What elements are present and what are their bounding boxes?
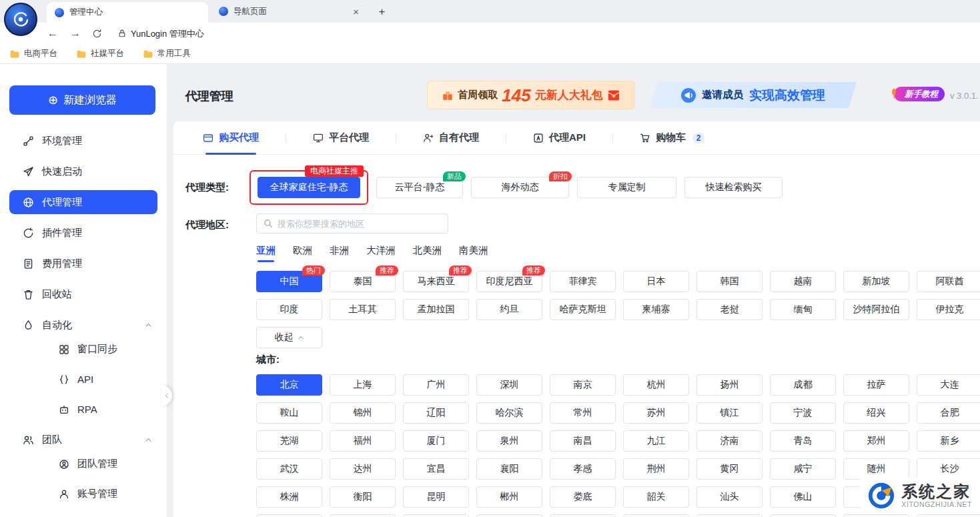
tab-buy-proxy[interactable]: 购买代理 [203,121,259,155]
country-button[interactable]: 哈萨克斯坦 [550,299,616,320]
sidebar-item-plugin-management[interactable]: 插件管理 [0,217,167,248]
city-button[interactable]: 宜昌 [403,458,469,480]
proxy-type-quick-search-buy[interactable]: 快速检索购买 [684,177,783,198]
city-button[interactable]: 深圳 [476,374,542,396]
collapse-countries-button[interactable]: 收起 [256,327,322,348]
forward-icon[interactable]: → [67,25,84,42]
city-button[interactable]: 襄阳 [476,458,542,480]
city-button[interactable]: 宁波 [770,402,836,424]
tab-proxy-api[interactable]: 代理API [533,121,586,155]
city-button[interactable] [917,514,980,517]
city-button[interactable]: 哈尔滨 [476,402,542,424]
lock-icon[interactable] [113,25,131,42]
city-button[interactable]: 芜湖 [256,430,322,452]
country-button[interactable]: 热门 中国 [256,271,322,292]
country-button[interactable]: 印度 [256,299,322,320]
country-button[interactable]: 沙特阿拉伯 [843,299,909,320]
city-button[interactable]: 韶关 [623,486,689,508]
tab-close-icon[interactable]: × [353,6,359,17]
sidebar-item-rpa[interactable]: RPA [0,394,167,424]
bookmark-folder[interactable]: 常用工具 [143,48,191,59]
city-button[interactable]: 苏州 [623,402,689,424]
country-button[interactable]: 菲律宾 [550,271,616,292]
new-tab-button[interactable]: + [374,3,390,20]
city-button[interactable]: 昆明 [403,486,469,508]
city-button[interactable]: 大连 [917,374,980,396]
sidebar-collapse-handle[interactable] [161,386,172,406]
city-button[interactable]: 佛山 [770,486,836,508]
city-button[interactable]: 荆州 [623,458,689,480]
city-button[interactable]: 孝感 [550,458,616,480]
city-button[interactable] [623,514,689,517]
city-button[interactable]: 衡阳 [330,486,396,508]
tab-cart[interactable]: 购物车 2 [640,121,704,155]
city-button[interactable]: 辽阳 [403,402,469,424]
url-text[interactable]: YunLogin 管理中心 [131,28,204,40]
proxy-type-overseas-dynamic[interactable]: 折扣 海外动态 [471,177,569,198]
sidebar-item-quick-launch[interactable]: 快速启动 [0,156,167,187]
tab-own-proxy[interactable]: 自有代理 [423,121,479,155]
city-button[interactable]: 达州 [330,458,396,480]
city-button[interactable] [843,514,909,517]
sidebar-item-window-sync[interactable]: 窗口同步 [0,334,167,364]
country-button[interactable]: 越南 [770,271,836,292]
city-button[interactable]: 咸宁 [770,458,836,480]
country-button[interactable]: 孟加拉国 [403,299,469,320]
yunlogin-logo[interactable] [4,3,37,36]
city-button[interactable] [403,514,469,517]
sidebar-item-proxy-management[interactable]: 代理管理 [9,190,157,214]
city-button[interactable]: 常州 [550,402,616,424]
country-button[interactable]: 推荐 泰国 [330,271,396,292]
city-button[interactable]: 合肥 [917,402,980,424]
sidebar-item-environment[interactable]: 环境管理 [0,125,167,156]
sidebar-item-team-management[interactable]: 团队管理 [0,449,167,479]
tab-platform-proxy[interactable]: 平台代理 [313,121,369,155]
sidebar-item-account-management[interactable]: 账号管理 [0,479,167,509]
city-button[interactable]: 南昌 [550,430,616,452]
city-button[interactable]: 扬州 [696,374,763,396]
city-button[interactable]: 北京 [256,374,322,396]
browser-tab-inactive[interactable]: 导航页面 × [212,2,366,21]
back-icon[interactable]: ← [44,25,61,42]
sidebar-item-billing[interactable]: 费用管理 [0,248,167,279]
proxy-type-custom[interactable]: 专属定制 [577,177,676,198]
city-button[interactable]: 镇江 [696,402,763,424]
country-button[interactable]: 约旦 [476,299,542,320]
city-button[interactable]: 汕头 [696,486,763,508]
country-button[interactable]: 老挝 [696,299,763,320]
country-button[interactable]: 伊拉克 [917,299,980,320]
city-button[interactable]: 郑州 [843,430,909,452]
continent-tab[interactable]: 非洲 [330,244,349,262]
tutorial-badge[interactable]: 新手教程 [894,87,945,101]
country-button[interactable]: 柬埔寨 [623,299,689,320]
country-button[interactable]: 推荐 印度尼西亚 [476,271,542,292]
continent-tab[interactable]: 欧洲 [293,244,312,262]
city-button[interactable] [476,514,542,517]
browser-tab-active[interactable]: 管理中心 [47,2,208,23]
country-button[interactable]: 阿联酋 [917,271,980,292]
city-button[interactable] [256,514,322,517]
city-button[interactable]: 济南 [696,430,763,452]
country-button[interactable]: 新加坡 [843,271,909,292]
proxy-type-cloud-static[interactable]: 新品 云平台-静态 [376,177,463,198]
city-button[interactable]: 广州 [403,374,469,396]
reload-icon[interactable] [88,25,105,42]
city-button[interactable]: 娄底 [550,486,616,508]
city-button[interactable]: 泉州 [476,430,542,452]
continent-tab[interactable]: 北美洲 [413,244,442,262]
country-button[interactable]: 推荐 马来西亚 [403,271,469,292]
city-button[interactable]: 武汉 [256,458,322,480]
country-button[interactable]: 缅甸 [770,299,836,320]
new-browser-button[interactable]: ⊕ 新建浏览器 [9,85,155,115]
city-button[interactable]: 郴州 [476,486,542,508]
city-button[interactable]: 株洲 [256,486,322,508]
city-button[interactable]: 绍兴 [843,402,909,424]
continent-tab[interactable]: 南美洲 [459,244,488,262]
city-button[interactable]: 厦门 [403,430,469,452]
sidebar-item-api[interactable]: API [0,364,167,394]
country-button[interactable]: 土耳其 [330,299,396,320]
city-button[interactable]: 成都 [770,374,836,396]
city-button[interactable]: 新乡 [917,430,980,452]
city-button[interactable] [770,514,836,517]
city-button[interactable] [550,514,616,517]
